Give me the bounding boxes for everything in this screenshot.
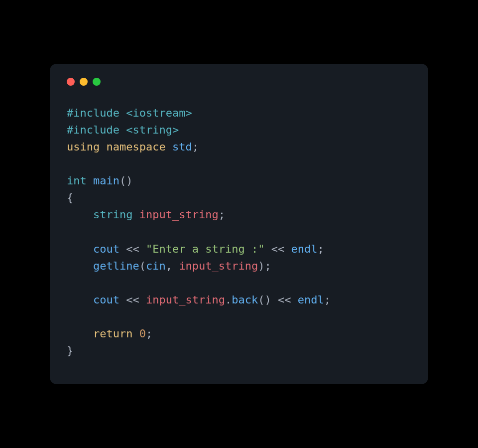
semicolon: ; — [264, 260, 271, 272]
var-input-string: input_string — [179, 260, 258, 272]
zoom-icon[interactable] — [93, 78, 101, 86]
number-zero: 0 — [139, 327, 146, 340]
window-titlebar — [67, 78, 411, 86]
ident-back: back — [232, 294, 258, 306]
close-icon[interactable] — [67, 78, 75, 86]
rbrace: } — [67, 344, 73, 357]
keyword-namespace: namespace — [106, 141, 165, 153]
include-header: <iostream> — [126, 107, 192, 119]
semicolon: ; — [192, 141, 199, 153]
include-directive: #include — [67, 124, 120, 136]
lbrace: { — [67, 191, 73, 204]
stream-op: << — [278, 294, 291, 306]
include-directive: #include — [67, 107, 120, 119]
minimize-icon[interactable] — [80, 78, 88, 86]
semicolon: ; — [324, 294, 331, 306]
rparen: ) — [126, 174, 132, 187]
semicolon: ; — [317, 243, 324, 255]
code-block: #include <iostream> #include <string> us… — [67, 105, 411, 359]
stream-op: << — [126, 243, 139, 255]
rparen: ) — [258, 260, 264, 272]
ident-std: std — [172, 141, 192, 153]
semicolon: ; — [146, 327, 152, 340]
ident-main: main — [93, 174, 120, 187]
string-literal: "Enter a string :" — [146, 243, 264, 255]
comma: , — [166, 260, 172, 272]
lparen: ( — [258, 294, 264, 306]
indent — [67, 294, 93, 306]
var-input-string: input_string — [146, 294, 225, 306]
ident-cin: cin — [146, 260, 166, 272]
stream-op: << — [126, 294, 139, 306]
rparen: ) — [264, 294, 271, 306]
keyword-return: return — [93, 327, 132, 340]
ident-cout: cout — [93, 243, 120, 255]
indent — [67, 260, 93, 272]
code-window: #include <iostream> #include <string> us… — [50, 64, 428, 384]
ident-endl: endl — [291, 243, 317, 255]
type-string: string — [93, 208, 132, 221]
dot: . — [225, 294, 232, 306]
lparen: ( — [139, 260, 146, 272]
indent — [67, 243, 93, 255]
stream-op: << — [271, 243, 285, 255]
var-input-string: input_string — [139, 208, 219, 221]
keyword-using: using — [67, 141, 100, 153]
ident-getline: getline — [93, 260, 139, 272]
ident-cout: cout — [93, 294, 120, 306]
indent — [67, 208, 93, 221]
lparen: ( — [120, 174, 126, 187]
ident-endl: endl — [298, 294, 324, 306]
type-int: int — [67, 174, 87, 187]
semicolon: ; — [219, 208, 225, 221]
include-header: <string> — [126, 124, 179, 136]
indent — [67, 327, 93, 340]
